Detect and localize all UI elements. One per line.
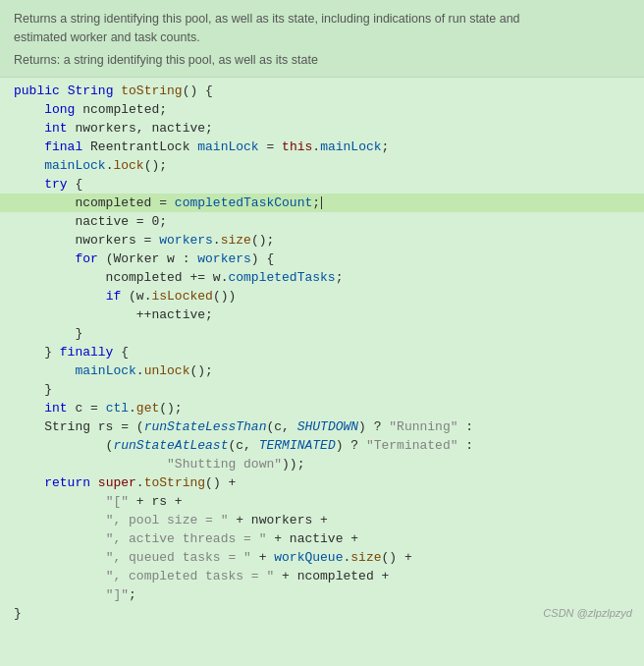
code-line: } (0, 380, 644, 399)
code-line: (runStateAtLeast(c, TERMINATED) ? "Termi… (0, 436, 644, 455)
code-line: ", queued tasks = " + workQueue.size() + (0, 548, 644, 567)
code-line: int c = ctl.get(); (0, 399, 644, 417)
code-line: String rs = (runStateLessThan(c, SHUTDOW… (0, 417, 644, 436)
code-line: long ncompleted; (0, 100, 644, 119)
code-line: nworkers = workers.size(); (0, 231, 644, 250)
code-line: public String toString() { (0, 82, 644, 100)
code-line: } (0, 324, 644, 343)
code-line: ++nactive; (0, 305, 644, 324)
code-line: int nworkers, nactive; (0, 119, 644, 138)
code-line: ", pool size = " + nworkers + (0, 511, 644, 529)
code-line: try { (0, 175, 644, 194)
code-line: if (w.isLocked()) (0, 287, 644, 305)
doc-line2: estimated worker and task counts. (14, 28, 630, 47)
code-line: } finally { (0, 343, 644, 361)
code-line: mainLock.lock(); (0, 156, 644, 175)
code-area: public String toString() { long ncomplet… (0, 78, 644, 627)
code-line: "]"; (0, 585, 644, 604)
code-line: "Shutting down")); (0, 455, 644, 473)
code-line: "[" + rs + (0, 492, 644, 511)
code-line: return super.toString() + (0, 473, 644, 492)
doc-line1: Returns a string identifying this pool, … (14, 10, 630, 28)
code-line: mainLock.unlock(); (0, 361, 644, 380)
code-line: ", completed tasks = " + ncompleted + (0, 567, 644, 585)
code-line: ncompleted += w.completedTasks; (0, 268, 644, 287)
doc-comment: Returns a string identifying this pool, … (0, 0, 644, 78)
code-line-highlighted: ncompleted = completedTaskCount; (0, 194, 644, 212)
code-line: ", active threads = " + nactive + (0, 529, 644, 548)
doc-line3: Returns: a string identifying this pool,… (14, 51, 630, 70)
code-line: nactive = 0; (0, 212, 644, 231)
code-line: final ReentrantLock mainLock = this.main… (0, 138, 644, 156)
code-line: for (Worker w : workers) { (0, 250, 644, 268)
watermark: CSDN @zlpzlpzyd (543, 607, 632, 619)
